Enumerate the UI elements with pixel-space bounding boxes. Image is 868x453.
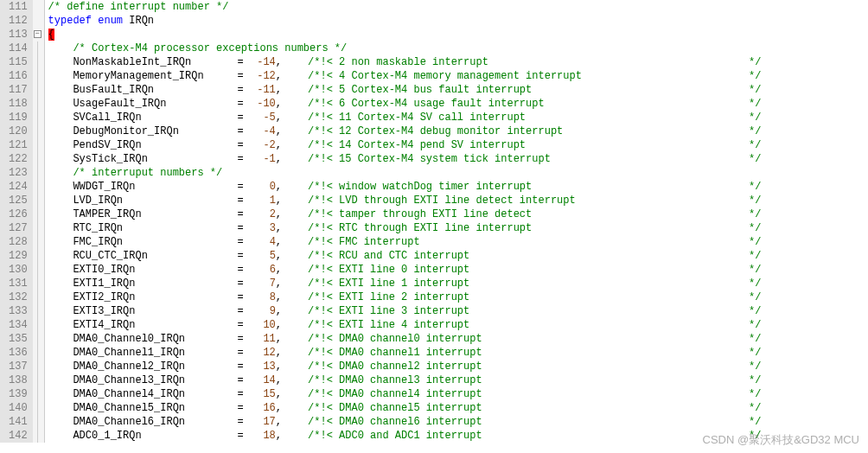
code-line: DMA0_Channel4_IRQn= 15,/*!< DMA0 channel… (48, 387, 868, 401)
comma: , (276, 208, 282, 220)
equals-op: = (237, 430, 243, 442)
enum-value: 10 (263, 319, 275, 331)
equals-op: = (237, 84, 243, 96)
line-number: 122 (9, 152, 28, 166)
enum-value: -12 (257, 70, 276, 82)
code-line: /* Cortex-M4 processor exceptions number… (48, 41, 868, 55)
equals-op: = (237, 222, 243, 234)
comma: , (276, 291, 282, 303)
code-line: /* define interrupt number */ (48, 0, 868, 14)
equals-op: = (237, 195, 243, 207)
comma: , (276, 56, 282, 68)
equals-op: = (237, 402, 243, 414)
enum-member: BusFault_IRQn (73, 84, 154, 96)
comma: , (276, 112, 282, 124)
header-comment: /* define interrupt number */ (48, 1, 229, 13)
code-line: DMA0_Channel0_IRQn= 11,/*!< DMA0 channel… (48, 332, 868, 346)
equals-op: = (237, 70, 243, 82)
comma: , (276, 374, 282, 386)
enum-value: -1 (263, 153, 275, 165)
inline-comment: /*!< DMA0 channel2 interrupt (308, 360, 482, 373)
fold-margin[interactable]: − (33, 0, 45, 443)
code-line: UsageFault_IRQn= -10,/*!< 6 Cortex-M4 us… (48, 97, 868, 111)
kw-enum: enum (98, 15, 123, 27)
code-line: BusFault_IRQn= -11,/*!< 5 Cortex-M4 bus … (48, 83, 868, 97)
comma: , (276, 319, 282, 331)
comma: , (276, 388, 282, 400)
enum-member: PendSV_IRQn (73, 139, 141, 151)
line-number: 137 (9, 360, 28, 373)
line-number: 141 (9, 415, 28, 429)
code-line: SysTick_IRQn= -1,/*!< 15 Cortex-M4 syste… (48, 152, 868, 166)
line-number: 114 (9, 41, 28, 55)
line-number: 128 (9, 235, 28, 249)
inline-comment: /*!< LVD through EXTI line detect interr… (308, 195, 576, 207)
enum-member: ADC0_1_IRQn (73, 430, 141, 442)
enum-member: DMA0_Channel5_IRQn (73, 402, 185, 414)
enum-value: 3 (270, 222, 276, 234)
equals-op: = (237, 264, 243, 276)
inline-comment: /*!< EXTI line 1 interrupt (308, 278, 469, 290)
enum-member: RTC_IRQn (73, 222, 123, 234)
inline-comment: /*!< 14 Cortex-M4 pend SV interrupt (308, 139, 526, 151)
equals-op: = (237, 250, 243, 262)
inline-comment: /*!< DMA0 channel0 interrupt (308, 333, 482, 345)
enum-member: DMA0_Channel1_IRQn (73, 347, 185, 359)
code-line: NonMaskableInt_IRQn= -14,/*!< 2 non mask… (48, 55, 868, 69)
enum-value: 4 (270, 236, 276, 248)
enum-member: DebugMonitor_IRQn (73, 125, 178, 137)
inline-comment: /*!< DMA0 channel5 interrupt (308, 402, 482, 414)
enum-member: WWDGT_IRQn (73, 181, 135, 193)
equals-op: = (237, 305, 243, 317)
enum-value: 14 (263, 374, 275, 386)
inline-comment: /*!< 5 Cortex-M4 bus fault interrupt (308, 84, 532, 96)
code-area[interactable]: /* define interrupt number */typedef enu… (45, 0, 868, 443)
code-line: DMA0_Channel6_IRQn= 17,/*!< DMA0 channel… (48, 415, 868, 429)
inline-comment: /*!< 15 Cortex-M4 system tick interrupt (308, 153, 551, 165)
enum-member: SysTick_IRQn (73, 153, 147, 165)
comma: , (276, 84, 282, 96)
line-number: 123 (9, 166, 28, 180)
enum-value: 11 (263, 333, 275, 345)
comment-close: */ (749, 56, 761, 68)
code-line: MemoryManagement_IRQn= -12,/*!< 4 Cortex… (48, 69, 868, 83)
inline-comment: /*!< ADC0 and ADC1 interrupt (308, 430, 482, 442)
enum-value: 17 (263, 416, 275, 428)
line-number: 140 (9, 401, 28, 415)
watermark: CSDN @聚沃科技&GD32 MCU (703, 432, 860, 443)
line-number: 135 (9, 332, 28, 346)
code-line: /* interruput numbers */ (48, 166, 868, 180)
comma: , (276, 125, 282, 137)
enum-member: DMA0_Channel2_IRQn (73, 360, 185, 373)
line-number: 112 (9, 14, 28, 28)
equals-op: = (237, 333, 243, 345)
enum-value: 15 (263, 388, 275, 400)
inline-comment: /*!< 4 Cortex-M4 memory management inter… (308, 70, 582, 82)
enum-member: MemoryManagement_IRQn (73, 70, 203, 82)
comment-close: */ (749, 84, 761, 96)
line-number: 120 (9, 124, 28, 138)
line-number: 138 (9, 373, 28, 387)
enum-value: 5 (270, 250, 276, 262)
line-number: 113 (9, 28, 28, 41)
enum-member: DMA0_Channel6_IRQn (73, 416, 185, 428)
code-line: EXTI0_IRQn= 6,/*!< EXTI line 0 interrupt… (48, 263, 868, 277)
equals-op: = (237, 278, 243, 290)
comment-close: */ (749, 360, 761, 373)
comma: , (276, 347, 282, 359)
comment-close: */ (749, 125, 761, 137)
fold-toggle-icon[interactable]: − (34, 30, 41, 38)
code-line: DMA0_Channel1_IRQn= 12,/*!< DMA0 channel… (48, 346, 868, 360)
inline-comment: /*!< DMA0 channel3 interrupt (308, 374, 482, 386)
enum-value: 2 (270, 208, 276, 220)
line-number: 131 (9, 277, 28, 290)
line-number: 142 (9, 429, 28, 443)
code-line: DMA0_Channel2_IRQn= 13,/*!< DMA0 channel… (48, 360, 868, 373)
enum-value: 8 (270, 291, 276, 303)
enum-value: 12 (263, 347, 275, 359)
comment-close: */ (749, 347, 761, 359)
equals-op: = (237, 139, 243, 151)
line-number: 124 (9, 180, 28, 194)
enum-member: UsageFault_IRQn (73, 98, 166, 110)
inline-comment: /*!< EXTI line 4 interrupt (308, 319, 469, 331)
